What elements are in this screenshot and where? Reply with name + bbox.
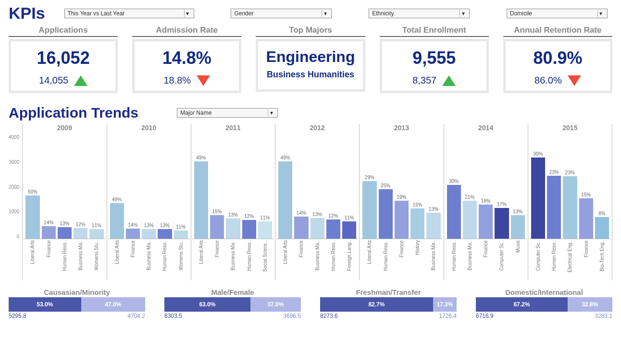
kpi-sub-value: 14,055 [39, 75, 68, 86]
chart-bar[interactable]: 15% [210, 134, 224, 239]
y-tick: 1000 [9, 209, 19, 214]
bar-pct-label: 13% [144, 223, 154, 228]
chart-bar[interactable]: 30% [531, 134, 545, 239]
trend-down-icon [568, 75, 581, 86]
ratio-segment-a: 82.7% [320, 297, 433, 312]
bar-category-label: Human Reso.. [379, 240, 393, 280]
bar-pct-label: 12% [328, 213, 338, 218]
chart-bar[interactable]: 49% [278, 134, 292, 239]
chart-bar[interactable]: 11% [174, 134, 188, 239]
bar-category-label: Business Ma.. [226, 240, 240, 280]
chart-bar[interactable]: 13% [310, 134, 324, 239]
filter-dropdown[interactable]: Gender▾ [231, 9, 332, 18]
ratio-title: Causasian/Minority [9, 288, 145, 296]
chart-bar[interactable]: 11% [342, 134, 356, 239]
chart-bar[interactable]: 13% [158, 134, 172, 239]
bar-category-label: Liberal Arts [278, 240, 292, 280]
year-panel: 201430%21%19%17%13%Human Reso..Business … [444, 124, 528, 280]
chart-bar[interactable]: 15% [410, 134, 424, 239]
chart-bar[interactable]: 8% [595, 134, 609, 239]
chart-bar[interactable]: 19% [479, 134, 493, 239]
dropdown-label: This Year vs Last Year [68, 10, 125, 17]
chart-bar[interactable]: 12% [326, 134, 340, 239]
chart-bar[interactable]: 19% [395, 134, 409, 239]
bar-category-label: Womens Stu.. [89, 240, 103, 280]
chart-bar[interactable]: 21% [463, 134, 477, 239]
kpi-sub-value: 18.8% [163, 75, 191, 86]
year-label: 2012 [276, 124, 358, 134]
chart-bar[interactable]: 17% [495, 134, 509, 239]
bar-category-label: Finance [210, 240, 224, 280]
ratio-title: Male/Female [164, 288, 301, 296]
trend-up-icon [442, 75, 456, 86]
chart-bar[interactable]: 49% [194, 134, 208, 239]
bar-category-label: Human Reso.. [158, 240, 172, 280]
ratio-num-a: 8273.6 [320, 313, 338, 319]
chart-bar[interactable]: 11% [89, 134, 103, 239]
kpi-card: Admission Rate14.8%18.8% [132, 25, 241, 93]
chart-bar[interactable]: 13% [511, 134, 525, 239]
ratio-bar: 82.7% 17.3% [320, 297, 457, 312]
bar-category-label: Social Scienc.. [258, 240, 272, 280]
chart-bar[interactable]: 11% [258, 134, 272, 239]
bar-pct-label: 19% [397, 194, 406, 200]
chart-bar[interactable]: 15% [579, 134, 593, 239]
bar-pct-label: 11% [92, 223, 101, 228]
chart-bar[interactable]: 13% [58, 134, 72, 239]
chart-bar[interactable]: 14% [126, 134, 140, 239]
bar-category-label: Human Reso.. [547, 240, 561, 280]
chart-bar[interactable]: 13% [226, 134, 240, 239]
kpi-title: Annual Retention Rate [503, 25, 612, 37]
ratio-bar: 63.0% 37.0% [164, 297, 301, 312]
chart-bar[interactable]: 23% [563, 134, 577, 239]
ratio-num-a: 6716.9 [476, 313, 494, 319]
ratio-row: Causasian/Minority 53.0% 47.0% 5295.8 47… [9, 288, 612, 319]
chart-bar[interactable]: 12% [74, 134, 87, 239]
chart-bar[interactable]: 30% [447, 134, 461, 239]
kpi-title: Total Enrollment [380, 25, 489, 37]
filter-dropdown[interactable]: This Year vs Last Year▾ [64, 9, 194, 18]
bar-category-label: Business Ma.. [426, 240, 440, 280]
chart-bar[interactable]: 14% [294, 134, 308, 239]
bar-pct-label: 14% [128, 222, 137, 228]
ratio-title: Domestic/International [476, 288, 612, 296]
bar-category-label: Finance [294, 240, 308, 280]
bar-category-label: Liberal Arts [194, 240, 208, 280]
filter-dropdown[interactable]: Domicile▾ [507, 9, 608, 18]
trend-up-icon [74, 75, 87, 86]
year-label: 2009 [24, 124, 105, 134]
page-title: KPIs [9, 4, 45, 23]
y-tick: 2000 [9, 184, 19, 190]
year-panel: 200950%14%13%12%11%Liberal ArtsFinanceHu… [22, 124, 106, 280]
chevron-down-icon: ▾ [597, 10, 604, 17]
kpi-main-value: 80.9% [510, 48, 605, 68]
ratio-segment-a: 53.0% [9, 297, 81, 312]
bar-category-label: Human Reso.. [447, 240, 461, 280]
ratio-num-b: 4704.2 [127, 313, 145, 319]
trend-down-icon [197, 75, 210, 86]
bar-pct-label: 12% [76, 222, 86, 227]
kpi-main-value: 9,555 [387, 48, 482, 68]
chart-bar[interactable]: 13% [142, 134, 156, 239]
filter-dropdown[interactable]: Ethnicity▾ [369, 9, 470, 18]
chart-bar[interactable]: 50% [25, 134, 39, 239]
chart-bar[interactable]: 29% [362, 134, 376, 239]
bar-pct-label: 12% [244, 214, 254, 219]
chevron-down-icon: ▾ [322, 10, 328, 17]
chart-bar[interactable]: 13% [426, 134, 440, 239]
chart-bar[interactable]: 25% [379, 134, 393, 239]
kpi-main-value: 16,052 [16, 48, 111, 68]
ratio-segment-b: 47.0% [81, 297, 145, 312]
bar-pct-label: 13% [429, 206, 438, 212]
y-tick: 4000 [9, 134, 19, 140]
bar-category-label: History [410, 240, 424, 280]
bar-category-label: Bio-Tech Eng.. [595, 240, 609, 280]
trends-dropdown[interactable]: Major Name ▾ [177, 108, 278, 118]
chart-bar[interactable]: 14% [42, 134, 56, 239]
chart-bar[interactable]: 12% [242, 134, 256, 239]
chart-bar[interactable]: 49% [110, 134, 124, 239]
bar-pct-label: 23% [549, 170, 559, 175]
bar-category-label: Human Reso.. [58, 240, 72, 280]
bar-pct-label: 15% [581, 192, 591, 197]
chart-bar[interactable]: 23% [547, 134, 561, 239]
